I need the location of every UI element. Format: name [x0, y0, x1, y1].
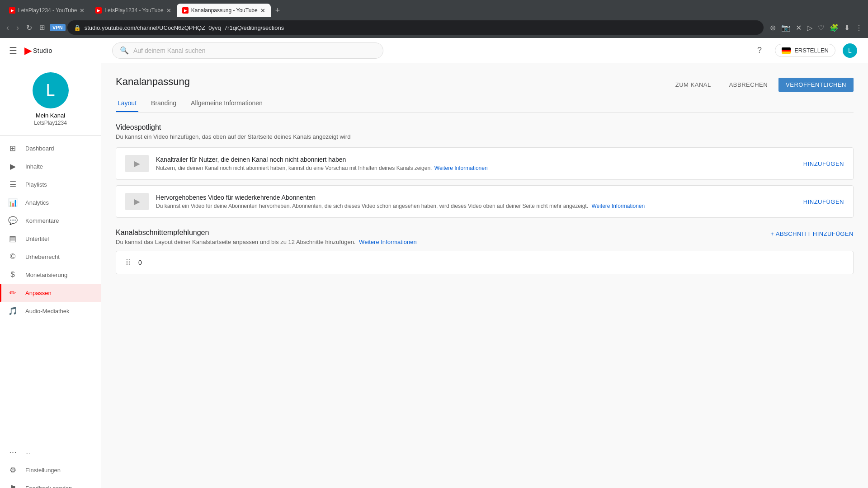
- address-text: studio.youtube.com/channel/UCocN6zQPHQZ_…: [85, 24, 284, 31]
- yt-studio-logo[interactable]: ▶ Studio: [24, 45, 52, 56]
- toolbar-menu[interactable]: ⋮: [854, 22, 864, 34]
- browser-tab-1[interactable]: ▶ LetsPlay1234 - YouTube ✕: [4, 4, 90, 17]
- sidebar-item-label: Dashboard: [25, 145, 54, 152]
- tab2-favicon: ▶: [95, 7, 102, 14]
- card-text-1: Kanaltrailer für Nutzer, die deinen Kana…: [156, 156, 796, 171]
- tab3-close[interactable]: ✕: [260, 7, 265, 14]
- sidebar-item-label: Urheberrecht: [25, 253, 60, 260]
- hinzufugen-btn-2[interactable]: HINZUFÜGEN: [803, 198, 844, 205]
- search-placeholder: Auf deinem Kanal suchen: [133, 47, 206, 54]
- kanalabschnitte-link[interactable]: Weitere Informationen: [359, 239, 417, 245]
- sidebar-bottom: ⋯ ... ⚙ Einstellungen ⚑ Feedback senden: [0, 439, 101, 488]
- hervorgehobenes-title: Hervorgehobenes Video für wiederkehrende…: [156, 194, 796, 201]
- hamburger-button[interactable]: ☰: [7, 43, 19, 58]
- videospotlight-desc: Du kannst ein Video hinzufügen, das oben…: [116, 133, 854, 140]
- tab3-title: Kanalanpassung - YouTube: [191, 7, 258, 14]
- tab3-favicon: ▶: [182, 7, 189, 14]
- sidebar-item-playlists[interactable]: ☰ Playlists: [0, 175, 101, 193]
- abbrechen-button[interactable]: ABBRECHEN: [722, 78, 775, 92]
- trailer-link[interactable]: Weitere Informationen: [434, 165, 488, 171]
- tab1-close[interactable]: ✕: [80, 7, 85, 14]
- browser-tab-2[interactable]: ▶ LetsPlay1234 - YouTube ✕: [90, 4, 176, 17]
- hervorgehobenes-card: ▶ Hervorgehobenes Video für wiederkehren…: [116, 185, 854, 218]
- section-number: 0: [138, 259, 142, 266]
- address-bar[interactable]: 🔒 studio.youtube.com/channel/UCocN6zQPHQ…: [67, 20, 764, 35]
- sidebar-item-label: Monetarisierung: [25, 272, 67, 278]
- sidebar-item-label: Anpassen: [25, 290, 52, 296]
- sidebar-item-anpassen[interactable]: ✏ Anpassen: [0, 284, 101, 302]
- kanalabschnitte-section: Kanalabschnittempfehlungen Du kannst das…: [116, 229, 854, 274]
- search-icon: 🔍: [120, 46, 129, 55]
- toolbar-icon-download[interactable]: ⬇: [842, 22, 852, 34]
- page-wrapper: Kanalanpassung ZUM KANAL ABBRECHEN VERÖF…: [101, 63, 868, 488]
- sidebar: ☰ ▶ Studio L Mein Kanal LetsPlay1234 ⊞ D…: [0, 38, 101, 488]
- refresh-button[interactable]: ↻: [24, 22, 35, 34]
- subtitle-icon: ▤: [7, 233, 18, 244]
- play-icon: ▶: [7, 161, 18, 172]
- studio-text: Studio: [33, 47, 52, 54]
- more-label: ...: [25, 449, 30, 455]
- forward-button[interactable]: ›: [14, 21, 22, 34]
- tab1-title: LetsPlay1234 - YouTube: [18, 7, 77, 14]
- user-avatar-header[interactable]: L: [843, 43, 857, 58]
- zum-kanal-button[interactable]: ZUM KANAL: [668, 78, 718, 92]
- kanalabschnitte-desc: Du kannst das Layout deiner Kanalstartse…: [116, 239, 417, 245]
- avatar: L: [33, 72, 69, 108]
- video-icon-1: ▶: [125, 155, 149, 172]
- kanalabschnitte-title: Kanalabschnittempfehlungen: [116, 229, 417, 237]
- copyright-icon: ©: [7, 251, 18, 262]
- toolbar-icon-arrow[interactable]: ▷: [805, 22, 814, 34]
- sidebar-item-dashboard[interactable]: ⊞ Dashboard: [0, 139, 101, 157]
- sidebar-item-label: Inhalte: [25, 163, 43, 170]
- extensions-button[interactable]: ⊞: [37, 22, 48, 33]
- more-icon: ⋯: [7, 446, 18, 457]
- channel-info: L Mein Kanal LetsPlay1234: [0, 63, 101, 136]
- channel-handle: LetsPlay1234: [34, 120, 67, 126]
- help-button[interactable]: ?: [751, 42, 768, 59]
- main-area: 🔍 Auf deinem Kanal suchen ? ERSTELLEN L …: [101, 38, 868, 488]
- abschnitt-item: ⠿ 0: [116, 251, 854, 274]
- gear-icon: ⚙: [7, 465, 18, 475]
- tab2-title: LetsPlay1234 - YouTube: [104, 7, 163, 14]
- sidebar-item-more[interactable]: ⋯ ...: [0, 443, 101, 461]
- tab-allgemeine[interactable]: Allgemeine Informationen: [189, 95, 264, 112]
- sidebar-item-label: Playlists: [25, 181, 47, 188]
- toolbar-icon-camera[interactable]: 📷: [779, 22, 792, 34]
- new-tab-button[interactable]: +: [271, 4, 285, 17]
- back-button[interactable]: ‹: [4, 21, 12, 34]
- tab2-close[interactable]: ✕: [166, 7, 171, 14]
- hervorgehobenes-link[interactable]: Weitere Informationen: [591, 203, 645, 209]
- videospotlight-section: Videospotlight Du kannst ein Video hinzu…: [116, 123, 854, 218]
- toolbar-icon-heart[interactable]: ♡: [816, 22, 826, 34]
- vpn-badge: VPN: [50, 24, 66, 31]
- sidebar-nav: ⊞ Dashboard ▶ Inhalte ☰ Playlists 📊 Anal…: [0, 136, 101, 439]
- sidebar-item-inhalte[interactable]: ▶ Inhalte: [0, 157, 101, 175]
- search-bar[interactable]: 🔍 Auf deinem Kanal suchen: [112, 42, 383, 59]
- toolbar-icon-1[interactable]: ⊕: [768, 22, 778, 34]
- sidebar-item-label: Kommentare: [25, 217, 59, 224]
- toolbar-icon-ext[interactable]: 🧩: [828, 22, 840, 34]
- app-layout: ☰ ▶ Studio L Mein Kanal LetsPlay1234 ⊞ D…: [0, 38, 868, 488]
- sidebar-item-monetarisierung[interactable]: $ Monetarisierung: [0, 266, 101, 284]
- browser-tab-3[interactable]: ▶ Kanalanpassung - YouTube ✕: [177, 4, 271, 17]
- abschnitt-hinzufugen-button[interactable]: + ABSCHNITT HINZUFÜGEN: [770, 229, 854, 237]
- erstellen-button[interactable]: ERSTELLEN: [775, 44, 835, 57]
- sidebar-item-feedback[interactable]: ⚑ Feedback senden: [0, 479, 101, 488]
- drag-handle-icon[interactable]: ⠿: [125, 258, 131, 267]
- toolbar-icon-x[interactable]: ✕: [794, 22, 803, 34]
- sidebar-item-untertitel[interactable]: ▤ Untertitel: [0, 230, 101, 248]
- sidebar-item-kommentare[interactable]: 💬 Kommentare: [0, 211, 101, 230]
- tab-layout[interactable]: Layout: [116, 95, 138, 112]
- browser-chrome: ▶ LetsPlay1234 - YouTube ✕ ▶ LetsPlay123…: [0, 0, 868, 38]
- veroffentlichen-button[interactable]: VERÖFFENTLICHEN: [778, 78, 854, 92]
- sidebar-item-label: Feedback senden: [25, 485, 72, 488]
- sidebar-item-analytics[interactable]: 📊 Analytics: [0, 193, 101, 211]
- top-header: 🔍 Auf deinem Kanal suchen ? ERSTELLEN L: [101, 38, 868, 63]
- tab-branding[interactable]: Branding: [149, 95, 178, 112]
- sidebar-item-urheberrecht[interactable]: © Urheberrecht: [0, 248, 101, 266]
- sidebar-item-audio-mediathek[interactable]: 🎵 Audio-Mediathek: [0, 302, 101, 320]
- sidebar-item-einstellungen[interactable]: ⚙ Einstellungen: [0, 461, 101, 479]
- hinzufugen-btn-1[interactable]: HINZUFÜGEN: [803, 160, 844, 167]
- yt-logo-icon: ▶: [24, 45, 31, 56]
- videospotlight-title: Videospotlight: [116, 123, 854, 131]
